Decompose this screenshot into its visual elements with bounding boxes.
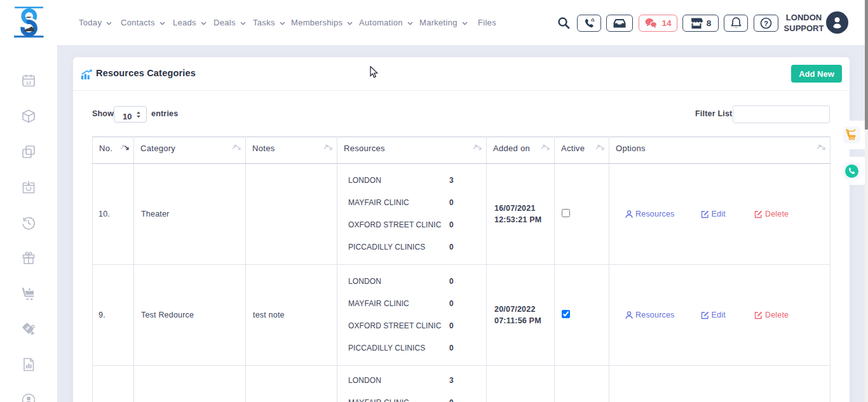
svg-text:12: 12 (26, 80, 31, 86)
svg-text:?: ? (764, 20, 768, 27)
